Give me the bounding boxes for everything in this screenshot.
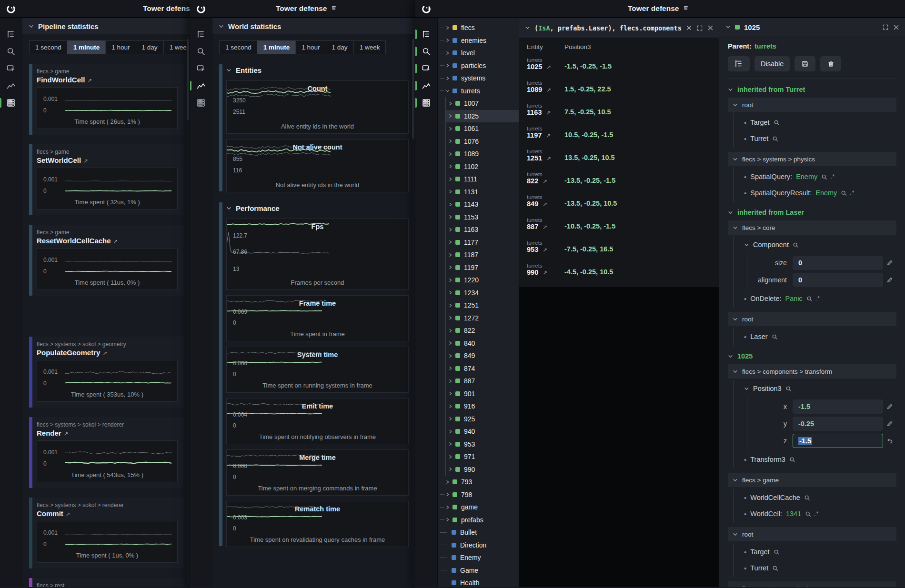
- caret-right-icon[interactable]: [448, 290, 453, 295]
- tree-item-840[interactable]: 840: [446, 337, 519, 350]
- tree-item-990[interactable]: 990: [446, 463, 519, 476]
- panel-header-world-statistics[interactable]: World statistics: [212, 18, 415, 34]
- tree-item-Health[interactable]: Health: [440, 577, 519, 587]
- panel-header-pipeline-statistics[interactable]: Pipeline statistics: [22, 18, 190, 34]
- pair-target[interactable]: Enemy: [796, 173, 817, 180]
- tag-row-Target[interactable]: •Target: [744, 544, 896, 560]
- caret-right-icon[interactable]: [448, 329, 453, 333]
- module-bar[interactable]: flecs > game: [728, 473, 896, 487]
- entity-name[interactable]: 849 ↗: [527, 200, 564, 208]
- external-link-icon[interactable]: ↗: [64, 431, 69, 437]
- caret-right-icon[interactable]: [448, 467, 453, 471]
- component-row-Component[interactable]: Component: [744, 237, 896, 252]
- field-input-alignment[interactable]: 0: [793, 273, 883, 287]
- entity-name[interactable]: 1025 ↗: [527, 63, 564, 70]
- metric-title[interactable]: PopulateGeometry↗: [37, 349, 178, 357]
- module-bar[interactable]: flecs > systems > physics: [728, 581, 896, 587]
- tree-icon[interactable]: [190, 26, 212, 43]
- trash-icon[interactable]: [683, 4, 689, 13]
- tree-item-systems[interactable]: systems: [440, 72, 519, 85]
- pair-target[interactable]: Panic: [785, 295, 803, 302]
- tree-item-1251[interactable]: 1251: [446, 299, 519, 312]
- select-icon[interactable]: [415, 60, 437, 77]
- stats-icon[interactable]: [415, 94, 437, 111]
- chevron-down-icon[interactable]: [525, 24, 530, 32]
- tree-item-Enemy[interactable]: Enemy: [440, 551, 519, 564]
- search-icon[interactable]: [806, 296, 813, 302]
- disable-button[interactable]: Disable: [754, 56, 790, 71]
- tab-1-hour[interactable]: 1 hour: [105, 40, 135, 54]
- external-link-icon[interactable]: ↗: [543, 179, 547, 184]
- module-bar[interactable]: root: [728, 98, 896, 112]
- tab-1-minute[interactable]: 1 minute: [257, 40, 296, 54]
- tree-item-925[interactable]: 925: [446, 413, 519, 426]
- search-icon[interactable]: [789, 457, 795, 463]
- caret-right-icon[interactable]: [448, 164, 453, 169]
- field-input-x[interactable]: -1.5: [793, 399, 883, 414]
- save-button[interactable]: [794, 56, 815, 71]
- tree-item-901[interactable]: 901: [446, 388, 519, 400]
- chart-icon[interactable]: [0, 77, 22, 94]
- tree-item-Direction[interactable]: Direction: [440, 539, 519, 552]
- pair-row-SpatialQueryResult[interactable]: •SpatialQueryResult:Enemy.*: [744, 185, 896, 201]
- metric-title[interactable]: SetWorldCell↗: [37, 156, 178, 164]
- caret-right-icon[interactable]: [448, 391, 453, 396]
- external-link-icon[interactable]: ↗: [546, 156, 551, 161]
- search-icon[interactable]: [772, 136, 778, 142]
- tag-row-Laser[interactable]: •Laser: [744, 329, 896, 345]
- stats-icon[interactable]: [190, 94, 212, 111]
- module-bar[interactable]: root: [728, 312, 896, 326]
- search-icon[interactable]: [774, 120, 780, 126]
- caret-right-icon[interactable]: [448, 379, 453, 383]
- external-link-icon[interactable]: ↗: [543, 201, 547, 207]
- search-icon[interactable]: [772, 565, 778, 571]
- caret-right-icon[interactable]: [445, 76, 451, 80]
- delete-button[interactable]: [820, 56, 841, 71]
- field-input-size[interactable]: 0: [793, 256, 883, 270]
- chart-icon[interactable]: [190, 77, 212, 94]
- tag-row-Turret[interactable]: •Turret: [744, 560, 896, 576]
- caret-right-icon[interactable]: [448, 240, 453, 244]
- tree-item-1272[interactable]: 1272: [446, 312, 519, 325]
- scrollbar-thumb[interactable]: [412, 39, 414, 139]
- caret-right-icon[interactable]: [448, 303, 453, 308]
- search-icon[interactable]: [774, 549, 780, 555]
- metric-title[interactable]: ResetWorldCellCache↗: [37, 237, 178, 245]
- search-icon[interactable]: [415, 43, 437, 60]
- tab-1-second[interactable]: 1 second: [29, 40, 67, 54]
- caret-right-icon[interactable]: [448, 152, 453, 156]
- tree-item-1234[interactable]: 1234: [446, 287, 519, 299]
- tree-item-1089[interactable]: 1089: [446, 148, 519, 160]
- edit-icon[interactable]: [883, 420, 896, 427]
- tree-item-1187[interactable]: 1187: [446, 249, 519, 261]
- caret-right-icon[interactable]: [448, 455, 453, 459]
- scrollbar-track[interactable]: [187, 36, 190, 585]
- tree-item-1025[interactable]: 1025: [446, 110, 519, 123]
- tree-item-turrets[interactable]: turrets: [440, 85, 519, 98]
- caret-right-icon[interactable]: [445, 505, 451, 509]
- close-icon[interactable]: [707, 25, 714, 31]
- metric-title[interactable]: Commit↗: [37, 509, 178, 518]
- caret-right-icon[interactable]: [448, 316, 453, 320]
- entity-name[interactable]: 822 ↗: [527, 177, 564, 185]
- entity-name[interactable]: 887 ↗: [527, 223, 564, 230]
- entity-name[interactable]: 990 ↗: [527, 269, 564, 276]
- metric-title[interactable]: FindWorldCell↗: [37, 76, 178, 84]
- tab-1-second[interactable]: 1 second: [219, 40, 257, 54]
- component-row-Position3[interactable]: Position3: [744, 381, 896, 396]
- tree-item-flecs[interactable]: flecs: [440, 21, 519, 34]
- tree-item-1061[interactable]: 1061: [446, 122, 519, 135]
- section-header[interactable]: Performance: [226, 201, 409, 213]
- module-bar[interactable]: root: [728, 527, 896, 541]
- pair-target[interactable]: Enemy: [815, 189, 837, 197]
- caret-right-icon[interactable]: [445, 26, 451, 30]
- close-icon[interactable]: [893, 24, 899, 30]
- undo-icon[interactable]: [883, 438, 896, 444]
- external-link-icon[interactable]: ↗: [87, 78, 92, 83]
- select-icon[interactable]: [0, 60, 22, 77]
- tree-item-887[interactable]: 887: [446, 375, 519, 388]
- search-icon[interactable]: [793, 242, 799, 248]
- entity-name[interactable]: 1197 ↗: [527, 131, 564, 139]
- chart-icon[interactable]: [415, 77, 437, 94]
- expand-icon[interactable]: [696, 25, 703, 31]
